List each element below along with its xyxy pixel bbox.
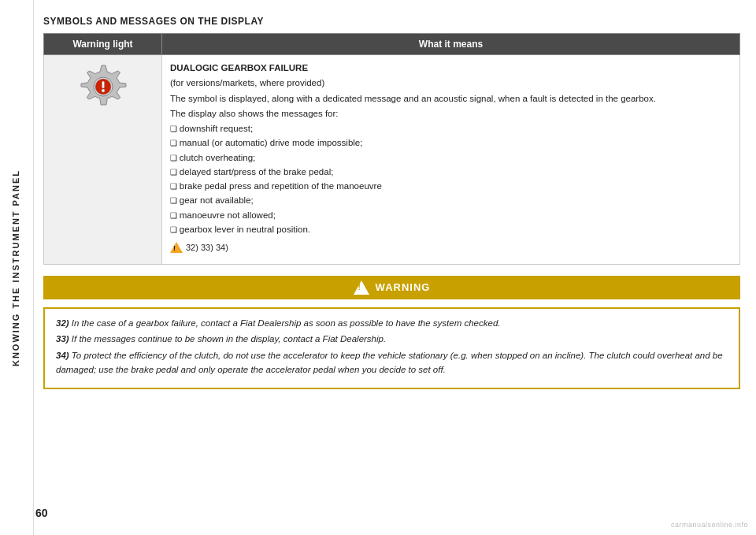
sidebar-label: KNOWING THE INSTRUMENT PANEL — [11, 169, 20, 366]
list-item: clutch overheating; — [170, 151, 732, 165]
list-item: manoeuvre not allowed; — [170, 209, 732, 222]
note-number-3: 34) — [56, 351, 69, 360]
content-cell: DUALOGIC GEARBOX FAILURE (for versions/m… — [162, 55, 740, 265]
watermark: carmanualsonline.info — [671, 521, 748, 529]
gearbox-warning-icon — [76, 61, 131, 117]
note-number-1: 32) — [56, 318, 69, 328]
list-item: downshift request; — [170, 122, 732, 136]
main-content: SYMBOLS AND MESSAGES ON THE DISPLAY Warn… — [43, 16, 740, 519]
content-title: DUALOGIC GEARBOX FAILURE — [170, 61, 732, 75]
warning-note-1: 32) In the case of a gearbox failure, co… — [56, 317, 728, 331]
warning-title: WARNING — [376, 281, 431, 293]
list-item: manual (or automatic) drive mode impossi… — [170, 136, 732, 150]
list-item: brake pedal press and repetition of the … — [170, 180, 732, 193]
col-header-warning-light: Warning light — [44, 34, 162, 55]
warning-note-2: 33) If the messages continue to be shown… — [56, 333, 728, 347]
warning-box-header: WARNING — [43, 276, 740, 299]
table-row: DUALOGIC GEARBOX FAILURE (for versions/m… — [44, 55, 740, 265]
svg-point-3 — [102, 89, 105, 92]
warning-note-3: 34) To protect the efficiency of the clu… — [56, 349, 728, 377]
content-line2: The symbol is displayed, along with a de… — [170, 92, 732, 106]
sidebar: KNOWING THE INSTRUMENT PANEL — [0, 0, 32, 535]
warning-box: WARNING — [43, 276, 740, 299]
symbols-table: Warning light What it means — [43, 33, 740, 265]
content-line3: The display also shows the messages for: — [170, 107, 732, 121]
col-header-what-it-means: What it means — [162, 34, 740, 55]
icon-cell — [44, 55, 162, 265]
warning-content: 32) In the case of a gearbox failure, co… — [43, 307, 740, 389]
list-item: delayed start/press of the brake pedal; — [170, 165, 732, 179]
section-title: SYMBOLS AND MESSAGES ON THE DISPLAY — [43, 16, 740, 27]
note-number-2: 33) — [56, 334, 69, 344]
note-text-1: In the case of a gearbox failure, contac… — [72, 318, 501, 328]
svg-rect-2 — [102, 81, 104, 88]
footnote-ref: 32) 33) 34) — [170, 241, 228, 254]
note-text-3: To protect the efficiency of the clutch,… — [56, 351, 723, 374]
footnote-numbers: 32) 33) 34) — [186, 241, 228, 254]
sidebar-divider — [33, 0, 34, 535]
note-text-2: If the messages continue to be shown in … — [72, 334, 386, 344]
list-item: gear not available; — [170, 194, 732, 207]
list-item: gearbox lever in neutral position. — [170, 223, 732, 236]
content-line1: (for versions/markets, where provided) — [170, 76, 732, 90]
footnote-triangle-icon — [170, 242, 183, 253]
warning-triangle-icon — [354, 281, 369, 295]
content-list: downshift request; manual (or automatic)… — [170, 122, 732, 236]
